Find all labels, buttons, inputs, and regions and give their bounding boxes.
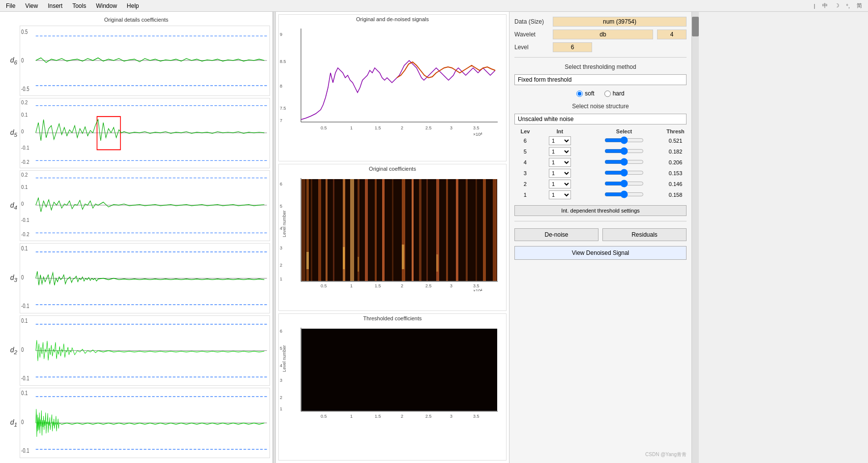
menu-file[interactable]: File [4,1,17,10]
svg-text:3: 3 [450,283,452,288]
hard-radio-label[interactable]: hard [604,90,625,97]
svg-text:0: 0 [21,346,24,353]
menu-insert[interactable]: Insert [46,1,64,10]
menu-window[interactable]: Window [94,1,119,10]
thresh-int-select-2[interactable]: 1 [549,180,571,188]
svg-text:2.5: 2.5 [425,283,432,288]
thresh-slider-5[interactable] [604,148,644,154]
chart-original-coefficients: Original coefficients 6 5 4 3 2 1 Level … [278,164,507,311]
chart-area-d3: 0.1 0 -0.1 [20,243,270,313]
noise-method-select[interactable]: Unscaled white noise Scaled white noise … [514,114,687,124]
svg-rect-99 [343,247,345,269]
svg-text:0.1: 0.1 [21,317,28,324]
thresh-lev-5: 5 [514,146,536,157]
moon-icon: ☽ [833,1,841,10]
soft-radio[interactable] [576,91,583,97]
svg-text:2: 2 [401,125,403,130]
svg-text:0.5: 0.5 [321,414,327,419]
svg-rect-102 [436,254,438,272]
col-select: Select [584,127,664,135]
thresh-val-4: 0.206 [664,157,687,168]
svg-rect-96 [483,179,486,281]
svg-rect-89 [419,179,421,281]
hard-label: hard [613,90,625,97]
svg-rect-119 [301,329,497,411]
svg-rect-73 [301,179,497,281]
svg-text:1: 1 [280,406,282,411]
svg-text:-0.2: -0.2 [21,231,30,237]
thresh-int-select-5[interactable]: 1 [549,147,571,156]
thresh-val-3: 0.153 [664,168,687,179]
thresh-slider-2[interactable] [604,180,644,187]
menu-help[interactable]: Help [125,1,141,10]
svg-text:3.5: 3.5 [473,125,479,130]
soft-label: soft [585,90,594,97]
svg-text:0.2: 0.2 [21,172,28,178]
col-lev: Lev [514,127,536,135]
thresholding-method-select[interactable]: Fixed form threshold Rigrsure Heursure M… [514,74,687,85]
svg-text:8.5: 8.5 [280,59,286,64]
svg-text:Level number: Level number [282,345,287,372]
soft-radio-label[interactable]: soft [576,90,594,97]
svg-text:1.5: 1.5 [375,283,381,288]
simplified-icon: 简 [855,1,864,10]
menu-tools[interactable]: Tools [70,1,88,10]
thresh-int-select-3[interactable]: 1 [549,169,571,178]
thresh-val-5: 0.182 [664,146,687,157]
thresh-slider-6[interactable] [604,137,644,144]
chart-original-denoised: Original and de-noised signals 9 8.5 8 7… [278,14,507,161]
threshold-table: Lev Int Select Thresh 610.521510.182410.… [514,127,687,200]
svg-rect-14 [97,117,120,150]
svg-rect-76 [311,179,312,281]
level-value: 6 [553,42,592,52]
svg-text:-0.1: -0.1 [21,447,29,454]
thresholding-method-dropdown[interactable]: Fixed form threshold Rigrsure Heursure M… [514,74,687,85]
svg-text:1.5: 1.5 [375,125,381,130]
svg-text:-0.1: -0.1 [21,217,30,223]
thresh-lev-3: 3 [514,168,536,179]
residuals-btn[interactable]: Residuals [602,228,687,241]
chart-row-d5: d5 0.2 0.1 0 -0.1 -0.2 [2,98,270,168]
svg-rect-93 [456,179,458,281]
denoise-btn[interactable]: De-noise [514,228,599,241]
svg-text:7.5: 7.5 [280,106,286,111]
noise-method-dropdown[interactable]: Unscaled white noise Scaled white noise … [514,114,687,124]
thresh-slider-4[interactable] [604,158,644,165]
chart-title-3: Thresholded coefficients [279,314,506,323]
wavelet-name: db [553,30,653,39]
svg-rect-100 [358,257,359,272]
hard-radio[interactable] [604,91,611,97]
scrollbar[interactable] [691,12,699,463]
svg-text:2.5: 2.5 [425,125,432,130]
chart-area-d2: 0.1 0 -0.1 [20,315,270,386]
thresh-slider-3[interactable] [604,169,644,176]
thresh-lev-4: 4 [514,157,536,168]
svg-text:2: 2 [401,283,403,288]
thresh-slider-1[interactable] [604,191,644,198]
svg-rect-88 [412,179,414,281]
svg-text:1: 1 [350,125,353,130]
chart-row-d3: d3 0.1 0 -0.1 [2,243,270,313]
view-denoised-btn[interactable]: View Denoised Signal [514,246,687,260]
wavelet-label: Wavelet [514,31,549,38]
thresh-int-select-1[interactable]: 1 [549,190,571,199]
svg-text:0: 0 [21,419,24,426]
menu-view[interactable]: View [23,1,40,10]
thresh-int-select-6[interactable]: 1 [549,136,571,145]
svg-rect-85 [382,179,385,281]
data-label: Data (Size) [514,18,549,25]
svg-text:Level number: Level number [282,210,287,237]
table-row: 210.146 [514,179,687,189]
thresh-int-select-4[interactable]: 1 [549,158,571,167]
svg-text:0.5: 0.5 [321,125,327,130]
wavelet-number: 4 [657,30,687,39]
svg-text:-0.5: -0.5 [21,86,29,92]
svg-rect-77 [318,179,321,281]
svg-rect-97 [493,179,497,281]
svg-text:0.1: 0.1 [21,185,28,190]
chart-label-d6: d6 [2,56,20,65]
int-dependent-btn[interactable]: Int. dependent threshold settings [514,205,687,216]
svg-text:2: 2 [401,414,403,419]
table-row: 110.158 [514,189,687,200]
thresholding-section-title: Select thresholding method [514,62,687,71]
